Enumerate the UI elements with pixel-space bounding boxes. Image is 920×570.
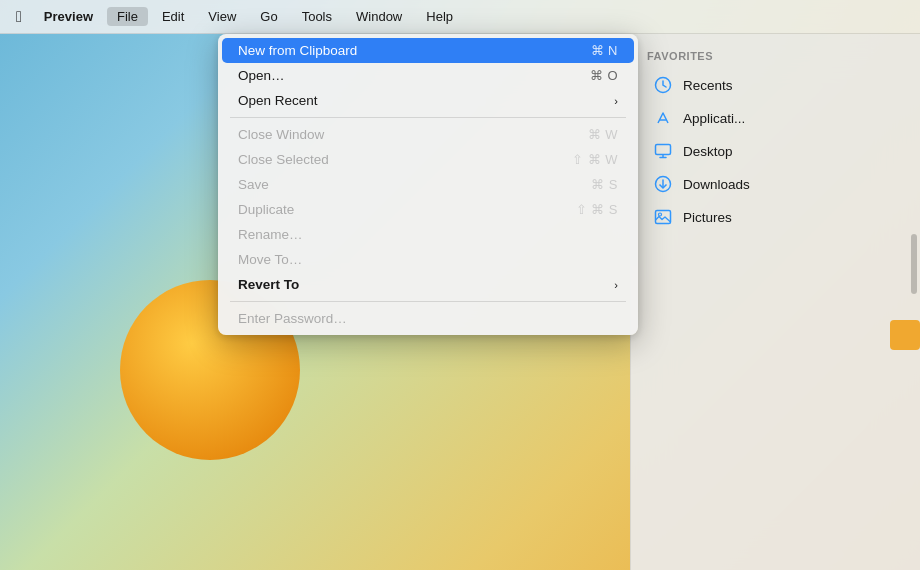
sidebar-applications-label: Applicati... bbox=[683, 111, 745, 126]
sidebar-recents-label: Recents bbox=[683, 78, 733, 93]
sidebar-desktop-label: Desktop bbox=[683, 144, 733, 159]
desktop-icon bbox=[653, 141, 673, 161]
menu-item-duplicate-label: Duplicate bbox=[238, 202, 294, 217]
sidebar-favorites-title: Favorites bbox=[631, 46, 920, 68]
menubar-go[interactable]: Go bbox=[250, 7, 287, 26]
menu-item-duplicate: Duplicate ⇧ ⌘ S bbox=[222, 197, 634, 222]
apple-menu[interactable]:  bbox=[8, 6, 30, 28]
sidebar-item-recents[interactable]: Recents bbox=[637, 69, 914, 101]
menu-item-close-selected-shortcut: ⇧ ⌘ W bbox=[572, 152, 618, 167]
menu-item-open-shortcut: ⌘ O bbox=[590, 68, 618, 83]
menu-item-enter-password-label: Enter Password… bbox=[238, 311, 347, 326]
sidebar-item-applications[interactable]: Applicati... bbox=[637, 102, 914, 134]
menu-item-duplicate-shortcut: ⇧ ⌘ S bbox=[576, 202, 618, 217]
menubar-preview[interactable]: Preview bbox=[34, 7, 103, 26]
menu-item-rename: Rename… bbox=[222, 222, 634, 247]
menu-item-new-clipboard-label: New from Clipboard bbox=[238, 43, 357, 58]
file-dropdown-menu: New from Clipboard ⌘ N Open… ⌘ O Open Re… bbox=[218, 34, 638, 335]
menu-item-new-clipboard[interactable]: New from Clipboard ⌘ N bbox=[222, 38, 634, 63]
menu-item-save-label: Save bbox=[238, 177, 269, 192]
folder-icon-hint bbox=[890, 320, 920, 350]
menubar-help[interactable]: Help bbox=[416, 7, 463, 26]
menu-item-open-recent[interactable]: Open Recent › bbox=[222, 88, 634, 113]
menu-item-close-window: Close Window ⌘ W bbox=[222, 122, 634, 147]
sidebar-downloads-label: Downloads bbox=[683, 177, 750, 192]
menu-item-new-clipboard-shortcut: ⌘ N bbox=[591, 43, 619, 58]
menu-item-open[interactable]: Open… ⌘ O bbox=[222, 63, 634, 88]
open-recent-arrow-icon: › bbox=[614, 95, 618, 107]
sidebar-item-downloads[interactable]: Downloads bbox=[637, 168, 914, 200]
menu-item-revert-to-label: Revert To bbox=[238, 277, 299, 292]
svg-point-7 bbox=[659, 213, 662, 216]
menu-item-revert-to[interactable]: Revert To › bbox=[222, 272, 634, 297]
svg-rect-1 bbox=[656, 145, 671, 155]
menubar-tools[interactable]: Tools bbox=[292, 7, 342, 26]
menu-item-close-window-shortcut: ⌘ W bbox=[588, 127, 618, 142]
sidebar-item-desktop[interactable]: Desktop bbox=[637, 135, 914, 167]
menu-item-save-shortcut: ⌘ S bbox=[591, 177, 618, 192]
menu-separator-1 bbox=[230, 117, 626, 118]
menu-item-enter-password: Enter Password… bbox=[222, 306, 634, 331]
recents-icon bbox=[653, 75, 673, 95]
menu-item-move-to: Move To… bbox=[222, 247, 634, 272]
menubar:  Preview File Edit View Go Tools Window… bbox=[0, 0, 920, 34]
menu-item-open-recent-label: Open Recent bbox=[238, 93, 318, 108]
sidebar-item-pictures[interactable]: Pictures bbox=[637, 201, 914, 233]
menubar-file[interactable]: File bbox=[107, 7, 148, 26]
menu-item-move-to-label: Move To… bbox=[238, 252, 302, 267]
menu-separator-2 bbox=[230, 301, 626, 302]
menu-item-close-selected: Close Selected ⇧ ⌘ W bbox=[222, 147, 634, 172]
menubar-view[interactable]: View bbox=[198, 7, 246, 26]
menu-item-close-window-label: Close Window bbox=[238, 127, 324, 142]
sidebar-scrollbar[interactable] bbox=[911, 234, 917, 294]
pictures-icon bbox=[653, 207, 673, 227]
downloads-icon bbox=[653, 174, 673, 194]
sidebar-pictures-label: Pictures bbox=[683, 210, 732, 225]
menubar-edit[interactable]: Edit bbox=[152, 7, 194, 26]
menubar-window[interactable]: Window bbox=[346, 7, 412, 26]
finder-sidebar: Favorites Recents Applicati... bbox=[630, 34, 920, 570]
revert-to-arrow-icon: › bbox=[614, 279, 618, 291]
menu-item-rename-label: Rename… bbox=[238, 227, 303, 242]
menu-item-save: Save ⌘ S bbox=[222, 172, 634, 197]
menu-item-open-label: Open… bbox=[238, 68, 285, 83]
applications-icon bbox=[653, 108, 673, 128]
menu-item-close-selected-label: Close Selected bbox=[238, 152, 329, 167]
